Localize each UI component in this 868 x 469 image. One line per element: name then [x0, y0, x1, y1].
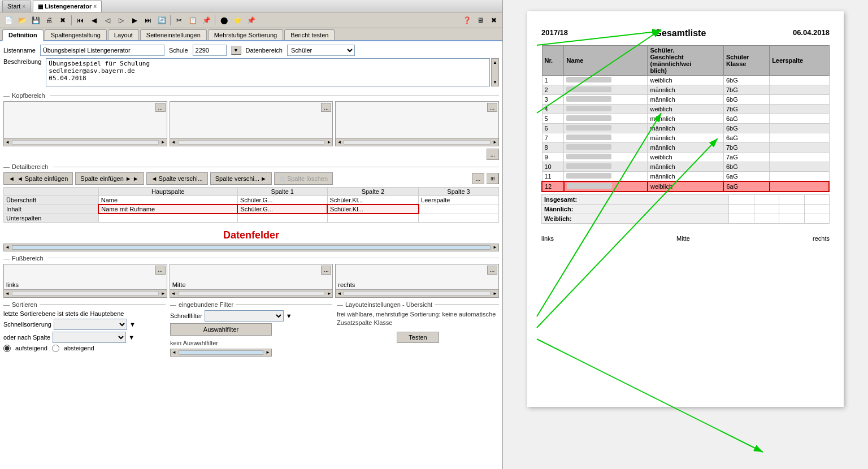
tab-start[interactable]: Start ×	[2, 1, 31, 12]
scroll-down-btn[interactable]: ▼	[493, 80, 497, 85]
fuss-center-scroll-right[interactable]: ►	[326, 290, 332, 297]
kopfbereich-left-scroll-right[interactable]: ►	[160, 139, 167, 146]
fuss-center-track[interactable]	[178, 291, 325, 296]
schule-dropdown-btn[interactable]: ▼	[231, 46, 241, 55]
preview-cell-name-12	[564, 181, 648, 192]
kopfbereich-center-track[interactable]	[178, 140, 325, 145]
absteigend-radio[interactable]	[52, 345, 59, 352]
cut-btn[interactable]: ✂	[173, 14, 185, 27]
kopfbereich-left-scroll-left[interactable]: ◄	[4, 139, 11, 146]
nav-next2-btn[interactable]: ▷	[115, 14, 127, 27]
monitor-btn[interactable]: 🖥	[474, 14, 487, 27]
fuss-right-label: rechts	[338, 281, 355, 288]
spalte-verschi-left-btn[interactable]: ◄ Spalte verschi...	[146, 172, 208, 185]
kopfbereich-center-scroll-right[interactable]: ►	[326, 139, 332, 146]
tab-mehrstufige[interactable]: Mehrstufige Sortierung	[208, 29, 283, 40]
unterspalten-hauptspalte[interactable]	[98, 214, 237, 222]
inhalt-spalte2[interactable]: Schüler.Kl...	[327, 205, 418, 214]
new-btn[interactable]: 📄	[2, 14, 15, 27]
save-btn[interactable]: 💾	[29, 14, 42, 27]
kopfbereich-right-scroll-left[interactable]: ◄	[336, 139, 342, 146]
fuss-left-scroll-right[interactable]: ►	[160, 290, 167, 297]
spalte-einfuegen-left-btn[interactable]: ◄ ◄ Spalte einfügen	[3, 172, 73, 185]
fuss-left-track[interactable]	[12, 291, 159, 296]
datenbereich-select[interactable]: Schüler	[287, 45, 355, 56]
pin-btn[interactable]: 📌	[245, 14, 257, 27]
fuss-left-scroll-left[interactable]: ◄	[4, 290, 11, 297]
scroll-up-btn[interactable]: ▲	[493, 60, 497, 65]
kopfbereich-right-track[interactable]	[344, 140, 491, 145]
schule-input[interactable]	[193, 45, 227, 56]
extra-btn[interactable]: ...	[487, 149, 499, 160]
fuss-right-scroll-left[interactable]: ◄	[336, 290, 342, 297]
col-scroll-right[interactable]: ►	[492, 244, 498, 251]
filter-horiz-scroll[interactable]: ◄ ►	[170, 349, 272, 357]
paste-btn[interactable]: 📌	[200, 14, 212, 27]
detail-icon-btn[interactable]: ⊞	[487, 173, 499, 184]
star-btn[interactable]: ⭐	[231, 14, 244, 27]
ueberschrift-spalte3[interactable]: Leerspalte	[419, 196, 499, 205]
fuss-right-btn[interactable]: ...	[487, 266, 497, 275]
close-window-btn[interactable]: ✖	[488, 14, 500, 27]
tab-main-close[interactable]: ×	[93, 3, 97, 10]
kopfbereich-right-btn[interactable]: ...	[487, 103, 497, 112]
tab-layout[interactable]: Layout	[108, 29, 139, 40]
inhalt-spalte1[interactable]: Schüler.G...	[237, 205, 327, 214]
tab-main[interactable]: ▦ Listengenerator ×	[33, 1, 102, 12]
fuss-right-track[interactable]	[344, 291, 491, 296]
listenname-input[interactable]	[40, 45, 164, 56]
tab-spaltengestaltung[interactable]: Spaltengestaltung	[45, 29, 107, 40]
filter-scroll-right[interactable]: ►	[264, 349, 271, 356]
kopfbereich-center-scroll-left[interactable]: ◄	[170, 139, 177, 146]
nav-first-btn[interactable]: ⏮	[74, 14, 86, 27]
column-horiz-scroll[interactable]: ◄ ►	[3, 244, 499, 251]
tab-start-close[interactable]: ×	[22, 3, 25, 10]
unterspalten-spalte3[interactable]	[419, 214, 499, 222]
fuss-center-scroll-left[interactable]: ◄	[170, 290, 177, 297]
col-scroll-track[interactable]	[12, 245, 491, 250]
schnellfilter-select[interactable]	[205, 310, 284, 322]
testen-btn[interactable]: Testen	[397, 332, 439, 343]
ueberschrift-spalte2[interactable]: Schüler.Kl...	[327, 196, 418, 205]
nav-last-btn[interactable]: ⏭	[142, 14, 154, 27]
filter-track[interactable]	[179, 350, 263, 355]
oder-select[interactable]	[53, 332, 126, 343]
kopfbereich-left-track[interactable]	[12, 140, 159, 145]
inhalt-hauptspalte[interactable]: Name mit Rufname	[98, 205, 237, 214]
tab-bericht-testen[interactable]: Bericht testen	[284, 29, 335, 40]
copy-btn[interactable]: 📋	[186, 14, 199, 27]
preview-cell-leerspalte-4	[770, 105, 829, 114]
aufsteigend-radio[interactable]	[3, 345, 11, 352]
ueberschrift-hauptspalte[interactable]: Name	[98, 196, 237, 205]
fuss-left-btn[interactable]: ...	[155, 266, 166, 275]
auswahlfilter-btn[interactable]: Auswahlfilter	[170, 323, 272, 336]
unterspalten-spalte1[interactable]	[237, 214, 327, 222]
spalte-einfuegen-right-btn[interactable]: Spalte einfügen ► ►	[75, 172, 144, 185]
delete-btn[interactable]: ✖	[57, 14, 69, 27]
circle-btn[interactable]: ⬤	[218, 14, 230, 27]
ueberschrift-spalte1[interactable]: Schüler.G...	[237, 196, 327, 205]
tab-seiteneinstellungen[interactable]: Seiteneinstellungen	[140, 29, 207, 40]
fuss-right-scroll-right[interactable]: ►	[492, 290, 498, 297]
print-btn[interactable]: 🖨	[43, 14, 55, 27]
filter-scroll-left[interactable]: ◄	[171, 349, 177, 356]
unterspalten-spalte2[interactable]	[327, 214, 418, 222]
kopfbereich-right-scroll-right[interactable]: ►	[492, 139, 498, 146]
beschreibung-textarea[interactable]: Übungsbeispiel für Schulung sedlmeier@as…	[46, 58, 490, 86]
nav-prev-btn[interactable]: ◀	[88, 14, 100, 27]
detail-extra-btn[interactable]: ...	[472, 173, 484, 184]
spalte-loeschen-btn[interactable]: ⬤ Spalte löschen	[274, 172, 333, 185]
nav-next-btn[interactable]: ▶	[128, 14, 141, 27]
open-btn[interactable]: 📂	[16, 14, 28, 27]
help-btn[interactable]: ❓	[461, 14, 473, 27]
tab-definition[interactable]: Definition	[2, 29, 44, 41]
kopfbereich-left-btn[interactable]: ...	[155, 103, 166, 112]
spalte-verschi-right-btn[interactable]: Spalte verschi... ►	[210, 172, 272, 185]
inhalt-spalte3[interactable]	[419, 205, 499, 214]
col-scroll-left[interactable]: ◄	[4, 244, 11, 251]
refresh-btn[interactable]: 🔄	[155, 14, 168, 27]
kopfbereich-center-btn[interactable]: ...	[321, 103, 331, 112]
fuss-center-btn[interactable]: ...	[321, 266, 331, 275]
schnellsortierung-select[interactable]	[54, 319, 127, 330]
nav-prev2-btn[interactable]: ◁	[101, 14, 114, 27]
